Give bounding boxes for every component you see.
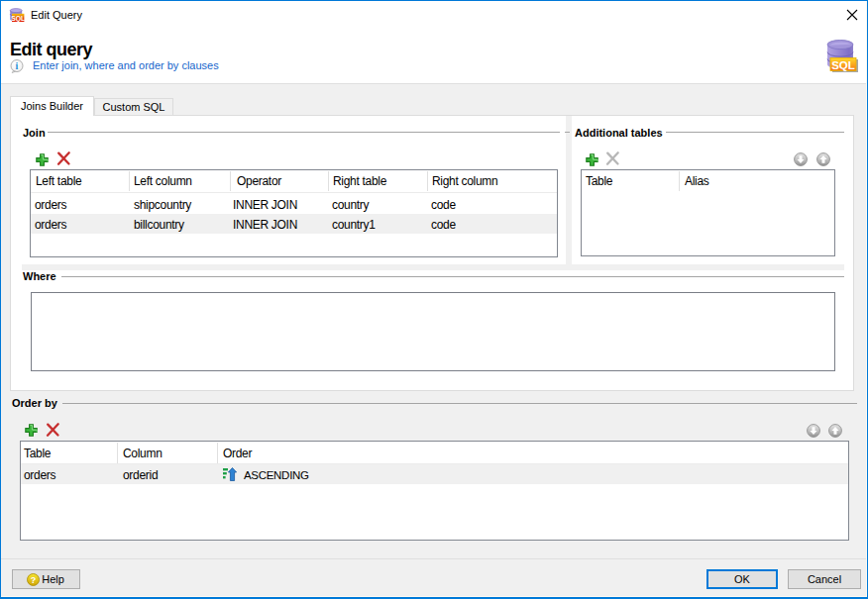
svg-text:?: ? bbox=[31, 575, 37, 585]
svg-text:SQL: SQL bbox=[831, 59, 855, 71]
svg-text:SQL: SQL bbox=[11, 15, 25, 23]
svg-text:i: i bbox=[16, 60, 19, 71]
